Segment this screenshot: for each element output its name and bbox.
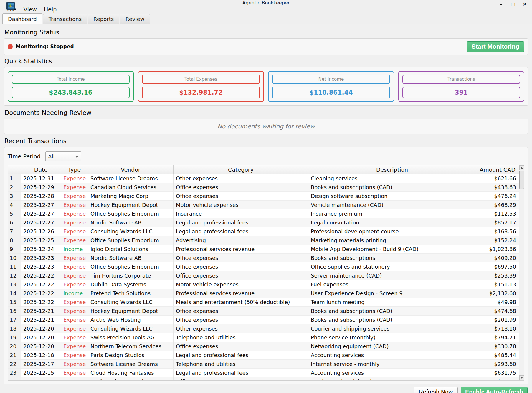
table-row[interactable]: 15 2025-12-22 Expense Consulting Wizards… [8, 298, 519, 307]
header-description[interactable]: Description [308, 165, 476, 174]
row-number[interactable]: 1 [8, 174, 21, 183]
row-number[interactable]: 2 [8, 183, 21, 191]
row-number[interactable]: 19 [8, 333, 21, 342]
cell-category: Office expenses [174, 271, 308, 280]
row-number[interactable]: 3 [8, 192, 21, 200]
vertical-scrollbar[interactable] [519, 165, 524, 380]
dashboard-page: Monitoring Status Monitoring: Stopped St… [0, 24, 532, 393]
row-number[interactable]: 15 [8, 298, 21, 306]
cell-amount: $621.66 [476, 174, 519, 183]
cell-description: User Experience Design - Screen 9 [308, 289, 476, 298]
stat-title: Total Income [12, 75, 130, 84]
refresh-now-button[interactable]: Refresh Now [414, 387, 458, 393]
table-row[interactable]: 11 2025-12-23 Expense Office Supplies Em… [8, 262, 519, 271]
cell-type: Expense [61, 271, 88, 280]
tab-transactions[interactable]: Transactions [43, 14, 87, 24]
table-row[interactable]: 21 2025-12-18 Expense Paris Design Studi… [8, 351, 519, 360]
table-row[interactable]: 9 2025-12-24 Income Igloo Digital Soluti… [8, 245, 519, 254]
row-number[interactable]: 10 [8, 254, 21, 262]
table-row[interactable]: 18 2025-12-20 Expense Consulting Wizards… [8, 324, 519, 333]
table-row[interactable]: 4 2025-12-27 Expense Hockey Equipment De… [8, 201, 519, 209]
row-number[interactable]: 6 [8, 218, 21, 227]
cell-category: Office expenses [174, 342, 308, 351]
row-number[interactable]: 22 [8, 360, 21, 368]
table-row[interactable]: 2 2025-12-29 Expense Canadian Cloud Serv… [8, 183, 519, 192]
menu-help[interactable]: Help [41, 6, 60, 13]
close-icon[interactable]: ✕ [521, 1, 528, 7]
tab-review[interactable]: Review [120, 14, 150, 24]
start-monitoring-button[interactable]: Start Monitoring [467, 41, 524, 52]
cell-type: Expense [61, 227, 88, 236]
row-number[interactable]: 20 [8, 342, 21, 351]
table-row[interactable]: 24 2025-12-14 Expense Berlin Software Gm… [8, 377, 519, 380]
table-row[interactable]: 7 2025-12-26 Expense Consulting Wizards … [8, 227, 519, 236]
row-number[interactable]: 5 [8, 209, 21, 218]
table-row[interactable]: 14 2025-12-22 Income Pretend Tech Soluti… [8, 289, 519, 298]
tab-reports[interactable]: Reports [88, 14, 119, 24]
row-number[interactable]: 18 [8, 324, 21, 333]
maximize-icon[interactable]: ▢ [510, 1, 516, 7]
cell-category: Motor vehicle expenses [174, 280, 308, 289]
cell-category: Office expenses [174, 316, 308, 324]
row-number[interactable]: 13 [8, 280, 21, 289]
table-row[interactable]: 16 2025-12-21 Expense Hockey Equipment D… [8, 307, 519, 316]
cell-type: Expense [61, 342, 88, 351]
table-row[interactable]: 6 2025-12-27 Expense Nordic Software AB … [8, 218, 519, 227]
scrollbar-track[interactable] [519, 170, 524, 375]
cell-description: Phone service (monthly) [308, 333, 476, 342]
cell-category: Other expenses [174, 174, 308, 183]
table-row[interactable]: 19 2025-12-20 Expense Swiss Precision To… [8, 333, 519, 342]
header-category[interactable]: Category [174, 165, 308, 174]
cell-category: Office expenses [174, 307, 308, 315]
minimize-icon[interactable]: – [498, 1, 504, 7]
row-number[interactable]: 17 [8, 316, 21, 324]
table-row[interactable]: 5 2025-12-27 Expense Office Supplies Emp… [8, 209, 519, 218]
stat-card-total-income: Total Income $243,843.16 [8, 71, 134, 102]
table-row[interactable]: 1 2025-12-31 Expense Software License Dr… [8, 174, 519, 183]
row-number[interactable]: 14 [8, 289, 21, 298]
table-row[interactable]: 13 2025-12-22 Expense Dublin Data System… [8, 280, 519, 289]
table-row[interactable]: 23 2025-12-15 Expense Cloud Hosting Fant… [8, 369, 519, 377]
cell-amount: $409.20 [476, 254, 519, 262]
recent-transactions-panel: Time Period: All Date Type Vendor Catego… [4, 147, 528, 384]
cell-date: 2025-12-20 [21, 342, 61, 351]
table-row[interactable]: 10 2025-12-23 Expense Nordic Software AB… [8, 254, 519, 262]
table-row[interactable]: 3 2025-12-28 Expense Marketing Magic Cor… [8, 192, 519, 201]
table-row[interactable]: 20 2025-12-20 Expense Northern Telecom S… [8, 342, 519, 351]
row-number[interactable]: 11 [8, 262, 21, 271]
row-number[interactable]: 12 [8, 271, 21, 280]
tab-dashboard[interactable]: Dashboard [2, 13, 42, 24]
scrollbar-thumb[interactable] [519, 171, 524, 189]
cell-type: Expense [61, 236, 88, 245]
row-number[interactable]: 23 [8, 369, 21, 377]
cell-amount: $468.29 [476, 201, 519, 209]
header-vendor[interactable]: Vendor [88, 165, 174, 174]
table-row[interactable]: 8 2025-12-25 Expense Office Supplies Emp… [8, 236, 519, 245]
header-type[interactable]: Type [61, 165, 88, 174]
cell-type: Expense [61, 183, 88, 191]
table-row[interactable]: 17 2025-12-21 Expense Arctic Web Hosting… [8, 316, 519, 324]
table-row[interactable]: 22 2025-12-17 Expense Software License D… [8, 360, 519, 369]
row-number[interactable]: 24 [8, 377, 21, 380]
cell-category: Advertising [174, 236, 308, 245]
cell-date: 2025-12-22 [21, 298, 61, 306]
enable-auto-refresh-button[interactable]: Enable Auto-Refresh [461, 387, 528, 393]
cell-type: Expense [61, 324, 88, 333]
time-period-value: All [48, 153, 54, 160]
menu-view[interactable]: View [21, 6, 40, 13]
row-number[interactable]: 21 [8, 351, 21, 359]
row-number[interactable]: 9 [8, 245, 21, 253]
header-date[interactable]: Date [21, 165, 61, 174]
cell-amount: $168.56 [476, 227, 519, 236]
row-number[interactable]: 8 [8, 236, 21, 245]
table-row[interactable]: 12 2025-12-22 Expense Tim Hortons Corpor… [8, 271, 519, 280]
row-number[interactable]: 16 [8, 307, 21, 315]
cell-vendor: Office Supplies Emporium [88, 236, 174, 245]
scroll-down-icon[interactable] [519, 375, 524, 380]
scroll-up-icon[interactable] [519, 165, 524, 170]
cell-description: Books and subscriptions (CAD) [308, 316, 476, 324]
header-amount[interactable]: Amount CAD [476, 165, 519, 174]
time-period-select[interactable]: All [45, 151, 81, 161]
row-number[interactable]: 7 [8, 227, 21, 236]
row-number[interactable]: 4 [8, 201, 21, 209]
